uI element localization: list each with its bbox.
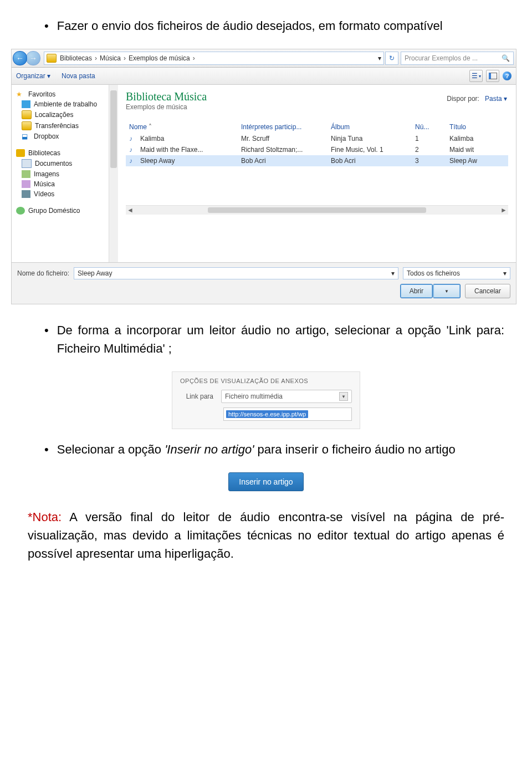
cancel-button[interactable]: Cancelar [465,284,510,298]
file-type-filter[interactable]: Todos os ficheiros ▾ [403,267,510,279]
note-paragraph: *Nota: A versão final do leitor de áudio… [28,508,504,563]
new-folder-button[interactable]: Nova pasta [62,72,95,80]
search-input[interactable]: Procurar Exemplos de ... 🔍 [401,52,514,65]
dropdown-caret[interactable]: ▾ [378,54,381,62]
preview-pane-button[interactable] [486,70,499,82]
organize-menu[interactable]: Organizar ▾ [16,72,50,80]
url-input[interactable]: http://sensos-e.ese.ipp.pt/wp [223,407,352,421]
breadcrumb-path[interactable]: Bibliotecas Música Exemplos de música ▾ [44,52,384,65]
sidebar-homegroup[interactable]: Grupo Doméstico [15,206,115,216]
table-header-row: Nome Intérpretes particip... Álbum Nú...… [126,121,508,133]
sidebar-item-music[interactable]: Música [15,179,115,189]
bullet-text-1: Fazer o envio dos ficheiros de áudio des… [57,17,504,35]
table-row-selected[interactable]: Sleep Away Bob Acri Bob Acri 3 Sleep Aw [126,155,508,166]
dialog-bottom-bar: Nome do ficheiro: Sleep Away ▾ Todos os … [12,262,516,304]
scroll-right-arrow[interactable]: ► [499,206,508,214]
folder-icon [47,54,57,63]
horizontal-scrollbar[interactable]: ◄ ► [126,205,508,215]
insert-in-article-button[interactable]: Inserir no artigo [228,472,303,491]
search-placeholder: Procurar Exemplos de ... [405,54,478,62]
open-dropdown-caret[interactable]: ▼ [433,284,461,298]
link-to-select[interactable]: Ficheiro multimédia ▼ [221,390,352,403]
library-icon [16,149,25,157]
table-row[interactable]: Kalimba Mr. Scruff Ninja Tuna 1 Kalimba [126,133,508,144]
note-body: A versão final do leitor de áudio encont… [28,510,504,561]
sidebar: ★Favoritos Ambiente de trabalho Localiza… [12,85,118,262]
nav-back-button[interactable]: ← [13,51,27,65]
sidebar-scrollbar[interactable] [109,85,118,262]
file-list-pane: Biblioteca Música Exemplos de música Dis… [118,85,516,262]
file-explorer-dialog: ← → Bibliotecas Música Exemplos de músic… [11,49,516,304]
sidebar-libraries-header[interactable]: Bibliotecas [15,148,115,158]
help-button[interactable]: ? [503,72,511,80]
bullet-dot: • [44,440,49,459]
col-num[interactable]: Nú... [412,121,446,133]
bullet-text-3: Selecionar a opção 'Inserir no artigo' p… [57,440,504,459]
link-to-label: Link para [180,393,213,400]
toolbar: Organizar ▾ Nova pasta ☰▾ ? [12,68,516,85]
bullet-item: • De forma a incorporar um leitor áudio … [44,321,504,358]
list-view-icon: ☰ [472,72,478,80]
filename-input[interactable]: Sleep Away ▾ [74,267,398,279]
view-mode-button[interactable]: ☰▾ [469,70,483,82]
dropdown-caret[interactable]: ▾ [391,269,395,277]
open-button[interactable]: Abrir ▼ [400,284,461,298]
crumb[interactable]: Música [100,54,129,62]
note-label: *Nota: [28,510,62,524]
sidebar-item-documents[interactable]: Documentos [15,158,115,169]
dropdown-caret: ▼ [339,392,348,401]
search-icon: 🔍 [502,54,510,62]
url-selected-text: http://sensos-e.ese.ipp.pt/wp [226,410,308,418]
dropbox-icon: ⬓ [22,133,30,140]
col-title[interactable]: Título [446,121,508,133]
pane-icon [489,73,497,79]
attachment-options-panel: OPÇÕES DE VISUALIZAÇÃO DE ANEXOS Link pa… [172,371,360,429]
sidebar-favorites-header[interactable]: ★Favoritos [15,89,115,99]
col-artist[interactable]: Intérpretes particip... [238,121,328,133]
options-panel-header: OPÇÕES DE VISUALIZAÇÃO DE ANEXOS [180,378,352,384]
crumb[interactable]: Bibliotecas [60,54,100,62]
col-name[interactable]: Nome [126,121,238,133]
bullet-item: • Selecionar a opção 'Inserir no artigo'… [44,440,504,459]
nav-buttons: ← → [14,51,40,65]
scroll-left-arrow[interactable]: ◄ [126,206,135,214]
scrollbar-thumb[interactable] [208,207,427,213]
music-icon [22,180,30,188]
sidebar-item-locations[interactable]: Localizações [15,109,115,120]
sidebar-item-dropbox[interactable]: ⬓Dropbox [15,131,115,141]
video-icon [22,190,30,198]
sidebar-item-videos[interactable]: Vídeos [15,189,115,199]
folder-icon [22,110,32,119]
bullet-text-2: De forma a incorporar um leitor áudio no… [57,321,504,358]
refresh-button[interactable]: ↻ [385,52,398,65]
sidebar-item-images[interactable]: Imagens [15,169,115,179]
nav-forward-button[interactable]: → [26,51,40,65]
col-album[interactable]: Álbum [328,121,412,133]
bullet-dot: • [44,321,49,358]
homegroup-icon [16,207,25,215]
bullet-item: • Fazer o envio dos ficheiros de áudio d… [44,17,504,35]
documents-icon [22,159,32,168]
arrange-by-dropdown[interactable]: Pasta ▾ [485,95,507,103]
address-bar: ← → Bibliotecas Música Exemplos de músic… [12,49,516,68]
dropdown-caret: ▾ [503,269,507,277]
crumb[interactable]: Exemplos de música [129,54,198,62]
bullet-dot: • [44,17,49,35]
filename-label: Nome do ficheiro: [17,269,69,277]
sidebar-item-desktop[interactable]: Ambiente de trabalho [15,99,115,109]
desktop-icon [22,100,30,108]
table-row[interactable]: Maid with the Flaxe... Richard Stoltzman… [126,144,508,155]
star-icon: ★ [16,90,25,98]
scrollbar-thumb[interactable] [110,90,117,168]
arrange-by: Dispor por: Pasta ▾ [447,95,507,103]
file-table: Nome Intérpretes particip... Álbum Nú...… [126,121,508,166]
images-icon [22,170,30,178]
library-subtitle: Exemplos de música [126,103,508,111]
folder-icon [22,121,32,130]
sidebar-item-downloads[interactable]: Transferências [15,120,115,131]
